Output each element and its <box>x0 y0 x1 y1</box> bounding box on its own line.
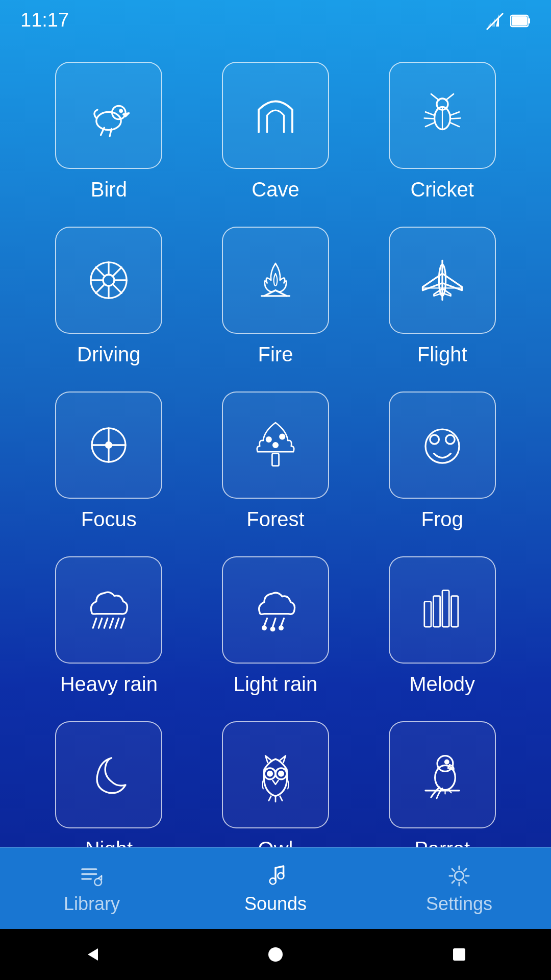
svg-point-48 <box>445 435 455 444</box>
svg-rect-61 <box>424 602 431 627</box>
svg-point-44 <box>280 434 285 439</box>
svg-line-12 <box>431 94 439 100</box>
sound-item-cricket[interactable]: Cricket <box>359 52 525 216</box>
status-bar: 11:17 <box>0 0 551 36</box>
nav-item-settings[interactable]: Settings <box>367 863 551 915</box>
library-icon <box>79 863 105 889</box>
svg-rect-5 <box>528 18 530 23</box>
heavy-rain-label: Heavy rain <box>60 673 158 696</box>
svg-point-58 <box>263 626 266 630</box>
svg-point-60 <box>280 626 283 630</box>
svg-point-86 <box>268 947 283 962</box>
svg-line-18 <box>450 118 460 119</box>
svg-point-59 <box>271 627 274 631</box>
parrot-label: Parrot <box>414 838 470 847</box>
battery-icon <box>510 9 531 31</box>
melody-icon-box <box>389 556 496 664</box>
night-label: Night <box>85 838 133 847</box>
sound-item-owl[interactable]: Owl <box>192 711 359 847</box>
svg-point-7 <box>96 112 121 130</box>
svg-rect-87 <box>453 948 465 961</box>
nav-item-sounds[interactable]: Sounds <box>184 863 367 915</box>
owl-icon-box <box>222 721 329 828</box>
svg-line-14 <box>425 112 435 115</box>
night-icon-box <box>55 721 162 828</box>
heavy-rain-icon-box <box>55 556 162 664</box>
svg-point-67 <box>268 771 272 776</box>
light-rain-icon-box <box>222 556 329 664</box>
sounds-nav-label: Sounds <box>244 893 307 915</box>
svg-line-51 <box>105 619 108 628</box>
svg-line-15 <box>424 118 434 119</box>
svg-line-53 <box>116 619 119 628</box>
svg-line-57 <box>281 619 284 626</box>
settings-nav-label: Settings <box>426 893 492 915</box>
clock: 11:17 <box>20 9 69 31</box>
fire-icon-box <box>222 227 329 334</box>
svg-point-83 <box>278 872 284 878</box>
svg-point-79 <box>94 878 102 886</box>
sound-item-night[interactable]: Night <box>26 711 192 847</box>
cricket-icon-box <box>389 62 496 169</box>
svg-line-54 <box>121 619 125 628</box>
svg-line-17 <box>450 112 459 115</box>
sounds-icon <box>262 863 289 889</box>
library-nav-label: Library <box>64 893 120 915</box>
svg-point-45 <box>273 443 278 448</box>
flight-label: Flight <box>417 343 467 366</box>
light-rain-label: Light rain <box>234 673 318 696</box>
sound-item-cave[interactable]: Cave <box>192 52 359 216</box>
cricket-label: Cricket <box>410 178 473 201</box>
svg-point-84 <box>455 871 463 880</box>
svg-point-47 <box>430 435 439 444</box>
frog-icon-box <box>389 391 496 499</box>
svg-line-27 <box>96 267 105 277</box>
frog-label: Frog <box>421 508 463 531</box>
sound-item-bird[interactable]: Bird <box>26 52 192 216</box>
svg-line-16 <box>425 122 435 127</box>
driving-icon-box <box>55 227 162 334</box>
forest-label: Forest <box>246 508 304 531</box>
flight-icon-box <box>389 227 496 334</box>
sound-item-fire[interactable]: Fire <box>192 216 359 381</box>
sound-item-focus[interactable]: Focus <box>26 381 192 546</box>
sound-item-driving[interactable]: Driving <box>26 216 192 381</box>
svg-line-55 <box>264 619 267 626</box>
bird-icon-box <box>55 62 162 169</box>
svg-line-56 <box>272 619 276 627</box>
sound-item-frog[interactable]: Frog <box>359 381 525 546</box>
home-button[interactable] <box>260 939 291 970</box>
cave-icon-box <box>222 62 329 169</box>
svg-line-30 <box>96 284 105 293</box>
bird-label: Bird <box>91 178 127 201</box>
svg-rect-6 <box>512 16 527 26</box>
sound-item-light-rain[interactable]: Light rain <box>192 546 359 711</box>
bottom-nav: Library Sounds Settings <box>0 847 551 929</box>
svg-rect-63 <box>442 591 449 627</box>
svg-point-43 <box>266 437 271 442</box>
svg-point-72 <box>445 760 448 764</box>
svg-point-9 <box>120 110 122 112</box>
back-button[interactable] <box>77 939 107 970</box>
signal-icon <box>486 9 504 31</box>
svg-point-68 <box>279 771 284 776</box>
sound-item-forest[interactable]: Forest <box>192 381 359 546</box>
sound-item-parrot[interactable]: Parrot <box>359 711 525 847</box>
svg-line-28 <box>113 284 122 293</box>
system-nav <box>0 929 551 980</box>
svg-point-82 <box>270 878 276 884</box>
fire-label: Fire <box>258 343 293 366</box>
sound-item-heavy-rain[interactable]: Heavy rain <box>26 546 192 711</box>
nav-item-library[interactable]: Library <box>0 863 184 915</box>
svg-line-49 <box>93 619 97 628</box>
recent-apps-button[interactable] <box>444 939 474 970</box>
svg-line-52 <box>110 619 114 628</box>
svg-line-29 <box>113 267 122 277</box>
svg-marker-85 <box>88 948 98 961</box>
forest-icon-box <box>222 391 329 499</box>
svg-line-13 <box>445 94 453 100</box>
status-icons <box>486 9 531 31</box>
focus-label: Focus <box>81 508 137 531</box>
sound-item-flight[interactable]: Flight <box>359 216 525 381</box>
sound-item-melody[interactable]: Melody <box>359 546 525 711</box>
